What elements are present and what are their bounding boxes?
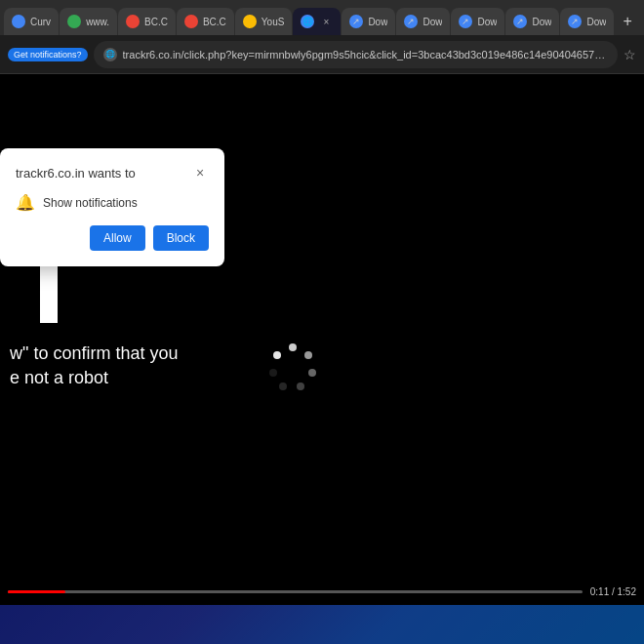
popup-close-button[interactable]: × (191, 164, 209, 181)
svg-point-5 (269, 369, 277, 377)
svg-point-1 (304, 351, 312, 359)
tab-label-bc2: BC.C (203, 17, 226, 27)
tab-label-dow2: Dow (423, 17, 442, 27)
tab-favicon-dow5: ↗ (568, 15, 582, 28)
svg-point-3 (297, 382, 304, 390)
popup-notification-text: Show notifications (43, 196, 138, 210)
taskbar-inner (0, 605, 644, 644)
tab-bc1[interactable]: BC.C (118, 8, 176, 35)
bell-icon: 🔔 (16, 193, 35, 212)
tab-label-dow1: Dow (368, 17, 387, 27)
address-bar: Get notifications? 🌐 trackr6.co.in/click… (0, 35, 644, 74)
popup-buttons: Allow Block (16, 225, 209, 251)
svg-point-2 (308, 369, 316, 377)
spinner-svg (263, 338, 322, 396)
video-progress-bar[interactable] (8, 590, 583, 593)
video-progress-fill (8, 590, 65, 593)
notification-permission-popup: trackr6.co.in wants to × 🔔 Show notifica… (0, 148, 224, 266)
url-bar[interactable]: 🌐 trackr6.co.in/click.php?key=mirmnbwly6… (94, 41, 618, 68)
allow-button[interactable]: Allow (90, 225, 145, 251)
tab-label-www: www. (86, 17, 109, 27)
video-controls: 0:11 / 1:52 (0, 578, 644, 605)
tab-favicon-bc2 (184, 15, 198, 28)
tab-label-bc1: BC.C (144, 17, 168, 27)
tab-bar: Curv www. BC.C BC.C YouS 🌐 × ↗ Dow ↗ (0, 0, 644, 35)
tab-bc2[interactable]: BC.C (177, 8, 234, 35)
windows-taskbar (0, 605, 644, 644)
notification-prompt-badge[interactable]: Get notifications? (8, 48, 88, 61)
tab-favicon-dow2: ↗ (404, 15, 418, 28)
url-text: trackr6.co.in/click.php?key=mirmnbwly6pg… (123, 49, 608, 60)
add-tab-button[interactable]: + (615, 8, 640, 35)
video-time-display: 0:11 / 1:52 (590, 586, 636, 597)
tab-label-dow5: Dow (586, 17, 606, 27)
tab-favicon-bc1 (126, 15, 140, 28)
popup-header: trackr6.co.in wants to × (16, 164, 209, 181)
tab-curv[interactable]: Curv (4, 8, 59, 35)
svg-point-6 (273, 351, 281, 359)
tab-dow2[interactable]: ↗ Dow (396, 8, 450, 35)
tab-favicon-dow4: ↗ (513, 15, 527, 28)
main-content: trackr6.co.in wants to × 🔔 Show notifica… (0, 74, 644, 605)
tab-favicon-www (67, 15, 81, 28)
popup-notification-row: 🔔 Show notifications (16, 193, 209, 212)
loading-spinner (263, 338, 322, 396)
block-button[interactable]: Block (153, 225, 209, 251)
tab-favicon-dow1: ↗ (349, 15, 363, 28)
tab-yous[interactable]: YouS (235, 8, 293, 35)
tab-dow4[interactable]: ↗ Dow (505, 8, 559, 35)
tab-label-dow4: Dow (532, 17, 551, 27)
instruction-text: w" to confirm that you e not a robot (0, 342, 187, 390)
tab-close-active[interactable]: × (319, 15, 333, 28)
instruction-line2: e not a robot (10, 366, 178, 390)
svg-point-4 (279, 382, 287, 390)
tab-favicon-yous (243, 15, 257, 28)
instruction-line1: w" to confirm that you (10, 342, 178, 366)
popup-title: trackr6.co.in wants to (16, 166, 136, 181)
tab-label-dow3: Dow (477, 17, 497, 27)
tab-favicon-curv (12, 15, 25, 28)
tab-dow3[interactable]: ↗ Dow (451, 8, 504, 35)
tab-dow1[interactable]: ↗ Dow (342, 8, 395, 35)
tab-label-yous: YouS (262, 17, 285, 27)
tab-active[interactable]: 🌐 × (293, 8, 341, 35)
svg-point-0 (289, 343, 297, 351)
browser-frame: Curv www. BC.C BC.C YouS 🌐 × ↗ Dow ↗ (0, 0, 644, 644)
tab-favicon-dow3: ↗ (459, 15, 472, 28)
url-favicon: 🌐 (103, 48, 117, 61)
bookmark-star-icon[interactable]: ☆ (624, 47, 636, 62)
tab-dow5[interactable]: ↗ Dow (560, 8, 614, 35)
tab-www[interactable]: www. (60, 8, 117, 35)
tab-favicon-active: 🌐 (301, 15, 314, 28)
tab-label-curv: Curv (30, 17, 51, 27)
